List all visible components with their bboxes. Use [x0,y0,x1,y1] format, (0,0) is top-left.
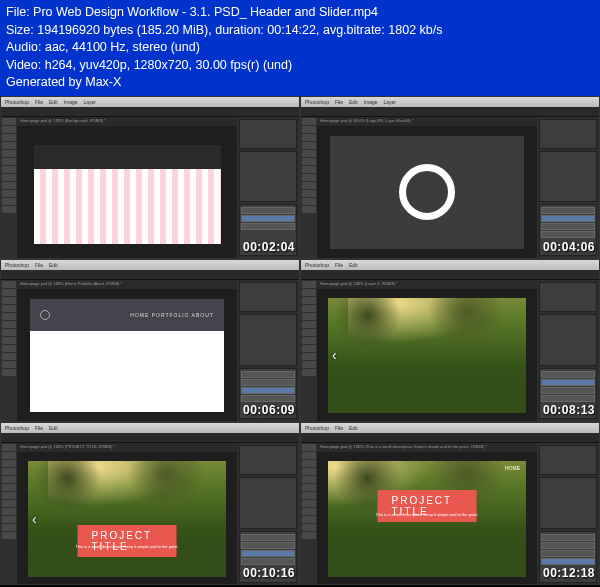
bitrate-label: avg.bitrate: [323,23,385,37]
thumbnail-1: PhotoshopFileEditImageLayer Homepage.psd… [0,96,300,259]
timestamp: 00:06:09 [243,403,295,417]
project-subtitle: This is a small description. Keep it sim… [376,512,479,517]
slider-photo: ‹ [328,298,526,414]
photoshop-options-bar [301,433,599,443]
audio-label: Audio: [6,40,41,54]
panels-dock [237,280,299,421]
photoshop-options-bar [1,270,299,280]
mac-menubar: PhotoshopFileEdit [301,423,599,433]
video-value: h264, yuv420p, 1280x720, 30.00 fps(r) (u… [45,58,292,72]
document-tab: Homepage.psd @ 100% (Layer 3, RGB/8) * [317,280,537,289]
circle-icon [399,164,455,220]
canvas-area: Homepage.psd @ 66.6% (Logo BG, Layer Mas… [317,117,537,258]
panels-dock [537,280,599,421]
panels-dock [537,443,599,584]
chevron-left-icon: ‹ [32,511,37,527]
timestamp: 00:08:13 [543,403,595,417]
mac-menubar: PhotoshopFileEditImageLayer [1,97,299,107]
mac-menubar: PhotoshopFileEdit [1,260,299,270]
slider-photo: HOME PROJECT TITLE This is a small descr… [328,461,526,577]
file-label: File: [6,5,30,19]
video-label: Video: [6,58,41,72]
photoshop-options-bar [301,270,599,280]
audio-value: aac, 44100 Hz, stereo (und) [45,40,200,54]
panels-dock [237,443,299,584]
logo-icon [40,310,50,320]
thumbnail-grid: PhotoshopFileEditImageLayer Homepage.psd… [0,96,600,586]
mac-menubar: PhotoshopFileEdit [301,260,599,270]
tool-palette [301,443,317,584]
bitrate-value: 1802 kb/s [388,23,442,37]
panels-dock [237,117,299,258]
photoshop-options-bar [1,107,299,117]
document-tab: Homepage.psd @ 66.6% (Logo BG, Layer Mas… [317,117,537,126]
photoshop-options-bar [1,433,299,443]
canvas-area: Homepage.psd @ 100% (This is a small des… [317,443,537,584]
project-subtitle: This is a small description. Keep it sim… [76,544,179,549]
document-tab: Homepage.psd @ 100% (PROJECT TITLE, RGB/… [17,443,237,452]
canvas-area: Homepage.psd @ 100% (Background, RGB/8) … [17,117,237,258]
tool-palette [1,280,17,421]
mac-menubar: PhotoshopFileEditImageLayer [301,97,599,107]
canvas-area: Homepage.psd @ 100% (Home Portfolio Abou… [17,280,237,421]
thumbnail-5: PhotoshopFileEdit Homepage.psd @ 100% (P… [0,422,300,585]
duration-value: 00:14:22 [267,23,316,37]
photoshop-options-bar [301,107,599,117]
timestamp: 00:12:18 [543,566,595,580]
panels-dock [537,117,599,258]
thumbnail-2: PhotoshopFileEditImageLayer Homepage.psd… [300,96,600,259]
generated-by: Generated by Max-X [6,74,594,92]
canvas-area: Homepage.psd @ 100% (PROJECT TITLE, RGB/… [17,443,237,584]
nav-text: HOME PORTFOLIO ABOUT [130,312,214,318]
home-link: HOME [505,465,520,471]
timestamp: 00:10:16 [243,566,295,580]
thumbnail-4: PhotoshopFileEdit Homepage.psd @ 100% (L… [300,259,600,422]
document-tab: Homepage.psd @ 100% (This is a small des… [317,443,537,452]
project-title-badge: PROJECT TITLE [78,525,177,557]
tool-palette [301,280,317,421]
logo-canvas [330,136,524,249]
size-label: Size: [6,23,34,37]
chevron-left-icon: ‹ [332,347,337,363]
canvas-area: Homepage.psd @ 100% (Layer 3, RGB/8) * ‹ [317,280,537,421]
header-canvas: HOME PORTFOLIO ABOUT [30,299,224,412]
grid-guides-canvas [34,145,221,244]
thumbnail-6: PhotoshopFileEdit Homepage.psd @ 100% (T… [300,422,600,585]
size-value: 194196920 bytes (185.20 MiB) [37,23,208,37]
timestamp: 00:02:04 [243,240,295,254]
tool-palette [1,443,17,584]
tool-palette [301,117,317,258]
thumbnail-3: PhotoshopFileEdit Homepage.psd @ 100% (H… [0,259,300,422]
file-name: Pro Web Design Workflow - 3.1. PSD_ Head… [33,5,378,19]
document-tab: Homepage.psd @ 100% (Background, RGB/8) … [17,117,237,126]
document-tab: Homepage.psd @ 100% (Home Portfolio Abou… [17,280,237,289]
project-title-badge: PROJECT TITLE [378,490,477,522]
tool-palette [1,117,17,258]
media-info-header: File: Pro Web Design Workflow - 3.1. PSD… [0,0,600,96]
duration-label: duration: [215,23,264,37]
slider-photo: ‹ PROJECT TITLE This is a small descript… [28,461,226,577]
mac-menubar: PhotoshopFileEdit [1,423,299,433]
timestamp: 00:04:06 [543,240,595,254]
